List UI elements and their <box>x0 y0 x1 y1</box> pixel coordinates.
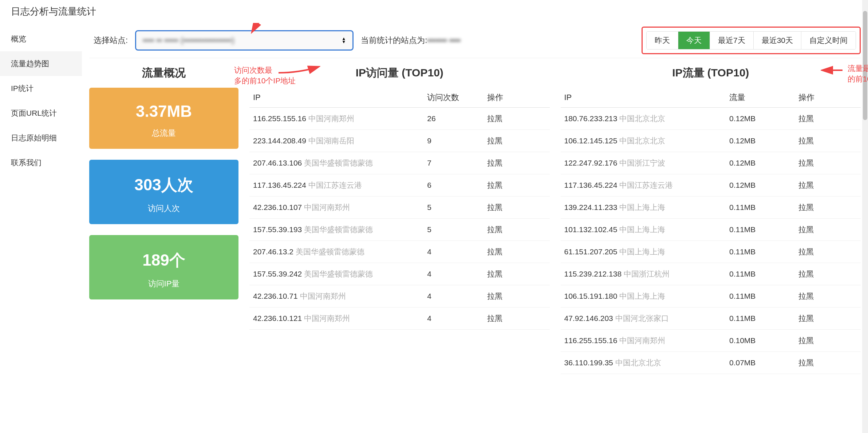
table-row: 36.110.199.35中国北京北京0.07MB拉黑 <box>561 352 861 374</box>
traffic-cell: 0.07MB <box>726 352 795 374</box>
time-btn-7days[interactable]: 最近7天 <box>710 32 754 49</box>
sidebar-item-ipstats[interactable]: IP统计 <box>0 76 82 101</box>
sidebar-item-rawlog[interactable]: 日志原始明细 <box>0 126 82 150</box>
table-row: 207.46.13.2美国华盛顿雷德蒙德4拉黑 <box>249 241 550 263</box>
blacklist-link[interactable]: 拉黑 <box>487 159 502 167</box>
top-bar: 选择站点: ▪▪▪▪ ▪▪ ▪▪▪▪▪ (▪▪▪▪▪▪▪▪▪▪▪▪▪▪▪▪▪) … <box>89 23 861 58</box>
ip-cell: 36.110.199.35中国北京北京 <box>561 352 726 374</box>
time-range-outline: 昨天 今天 最近7天 最近30天 自定义时间 <box>642 27 861 54</box>
table-row: 139.224.11.233中国上海上海0.11MB拉黑 <box>561 196 861 219</box>
ip-cell: 47.92.146.203中国河北张家口 <box>561 307 726 330</box>
scrollbar-thumb[interactable] <box>863 11 867 120</box>
overview-title: 流量概况 <box>89 62 238 88</box>
table-row: 42.236.10.71中国河南郑州4拉黑 <box>249 285 550 307</box>
ip-cell: 207.46.13.2美国华盛顿雷德蒙德 <box>249 241 423 263</box>
table-row: 223.144.208.49中国湖南岳阳9拉黑 <box>249 130 550 152</box>
blacklist-link[interactable]: 拉黑 <box>798 314 814 322</box>
blacklist-link[interactable]: 拉黑 <box>487 292 502 300</box>
scrollbar[interactable] <box>862 0 868 374</box>
stat-total-traffic-label: 总流量 <box>89 128 238 139</box>
ip-cell: 106.12.145.125中国北京北京 <box>561 130 726 152</box>
sidebar-item-contact[interactable]: 联系我们 <box>0 150 82 175</box>
traffic-cell: 0.11MB <box>726 241 795 263</box>
count-cell: 4 <box>423 307 484 330</box>
ip-cell: 61.151.207.205中国上海上海 <box>561 241 726 263</box>
blacklist-link[interactable]: 拉黑 <box>798 336 814 345</box>
table-row: 157.55.39.193美国华盛顿雷德蒙德5拉黑 <box>249 219 550 241</box>
ip-cell: 116.255.155.16中国河南郑州 <box>249 108 423 130</box>
ip-cell: 122.247.92.176中国浙江宁波 <box>561 152 726 174</box>
time-btn-custom[interactable]: 自定义时间 <box>801 32 856 49</box>
visits-table: IP 访问次数 操作 116.255.155.16中国河南郑州26拉黑223.1… <box>249 88 550 330</box>
table-row: 115.239.212.138中国浙江杭州0.11MB拉黑 <box>561 263 861 285</box>
panel-ip-visits: 访问次数最多的前10个IP地址 IP访问量 (TOP10) IP 访问次数 操作 <box>249 62 550 374</box>
blacklist-link[interactable]: 拉黑 <box>487 136 502 145</box>
count-cell: 4 <box>423 285 484 307</box>
stat-card-visits: 303人次 访问人次 <box>89 160 238 224</box>
blacklist-link[interactable]: 拉黑 <box>487 225 502 234</box>
time-btn-today[interactable]: 今天 <box>678 32 710 49</box>
stat-visits-value: 303人次 <box>89 174 238 196</box>
sidebar-item-urlstats[interactable]: 页面URL统计 <box>0 101 82 126</box>
traffic-header-traffic: 流量 <box>726 88 795 108</box>
blacklist-link[interactable]: 拉黑 <box>487 181 502 189</box>
time-range-group: 昨天 今天 最近7天 最近30天 自定义时间 <box>646 31 856 49</box>
table-row: 116.255.155.16中国河南郑州26拉黑 <box>249 108 550 130</box>
blacklist-link[interactable]: 拉黑 <box>487 314 502 322</box>
stat-card-total-traffic: 3.37MB 总流量 <box>89 88 238 149</box>
table-row: 42.236.10.107中国河南郑州5拉黑 <box>249 196 550 219</box>
ip-cell: 157.55.39.242美国华盛顿雷德蒙德 <box>249 263 423 285</box>
visits-header-ip: IP <box>249 88 423 108</box>
count-cell: 9 <box>423 130 484 152</box>
count-cell: 7 <box>423 152 484 174</box>
page-title: 日志分析与流量统计 <box>0 0 868 23</box>
stat-total-traffic-value: 3.37MB <box>89 102 238 120</box>
time-btn-30days[interactable]: 最近30天 <box>754 32 801 49</box>
blacklist-link[interactable]: 拉黑 <box>798 225 814 234</box>
blacklist-link[interactable]: 拉黑 <box>798 358 814 367</box>
traffic-cell: 0.11MB <box>726 263 795 285</box>
ip-cell: 42.236.10.71中国河南郑州 <box>249 285 423 307</box>
ip-cell: 157.55.39.193美国华盛顿雷德蒙德 <box>249 219 423 241</box>
time-btn-yesterday[interactable]: 昨天 <box>647 32 678 49</box>
blacklist-link[interactable]: 拉黑 <box>798 181 814 189</box>
ip-cell: 106.15.191.180中国上海上海 <box>561 285 726 307</box>
ip-cell: 42.236.10.121中国河南郑州 <box>249 307 423 330</box>
table-row: 117.136.45.224中国江苏连云港6拉黑 <box>249 174 550 196</box>
blacklist-link[interactable]: 拉黑 <box>487 114 502 123</box>
traffic-cell: 0.12MB <box>726 108 795 130</box>
table-row: 180.76.233.213中国北京北京0.12MB拉黑 <box>561 108 861 130</box>
blacklist-link[interactable]: 拉黑 <box>798 247 814 256</box>
count-cell: 5 <box>423 219 484 241</box>
ip-cell: 223.144.208.49中国湖南岳阳 <box>249 130 423 152</box>
site-select-label: 选择站点: <box>94 35 128 46</box>
table-row: 116.255.155.16中国河南郑州0.10MB拉黑 <box>561 330 861 352</box>
blacklist-link[interactable]: 拉黑 <box>487 270 502 278</box>
blacklist-link[interactable]: 拉黑 <box>798 270 814 278</box>
site-selected-text: ▪▪▪▪ ▪▪ ▪▪▪▪▪ (▪▪▪▪▪▪▪▪▪▪▪▪▪▪▪▪▪) <box>143 36 338 45</box>
traffic-header-ip: IP <box>561 88 726 108</box>
blacklist-link[interactable]: 拉黑 <box>487 247 502 256</box>
stat-ip-count-label: 访问IP量 <box>89 278 238 289</box>
table-row: 61.151.207.205中国上海上海0.11MB拉黑 <box>561 241 861 263</box>
blacklist-link[interactable]: 拉黑 <box>798 136 814 145</box>
site-select-dropdown[interactable]: ▪▪▪▪ ▪▪ ▪▪▪▪▪ (▪▪▪▪▪▪▪▪▪▪▪▪▪▪▪▪▪) ▲▼ <box>135 30 354 51</box>
blacklist-link[interactable]: 拉黑 <box>798 292 814 300</box>
traffic-cell: 0.12MB <box>726 130 795 152</box>
table-row: 101.132.102.45中国上海上海0.11MB拉黑 <box>561 219 861 241</box>
stat-card-ip-count: 189个 访问IP量 <box>89 235 238 299</box>
blacklist-link[interactable]: 拉黑 <box>798 159 814 167</box>
panel-overview: 流量概况 3.37MB 总流量 303人次 访问人次 189个 访问IP量 <box>89 62 238 374</box>
blacklist-link[interactable]: 拉黑 <box>798 203 814 211</box>
blacklist-link[interactable]: 拉黑 <box>798 114 814 123</box>
blacklist-link[interactable]: 拉黑 <box>487 203 502 211</box>
traffic-header-action: 操作 <box>795 88 861 108</box>
count-cell: 26 <box>423 108 484 130</box>
count-cell: 6 <box>423 174 484 196</box>
sidebar-item-overview[interactable]: 概览 <box>0 27 82 51</box>
table-row: 42.236.10.121中国河南郑州4拉黑 <box>249 307 550 330</box>
ip-cell: 117.136.45.224中国江苏连云港 <box>249 174 423 196</box>
ip-cell: 115.239.212.138中国浙江杭州 <box>561 263 726 285</box>
sidebar-item-trend[interactable]: 流量趋势图 <box>0 51 82 76</box>
sidebar: 概览 流量趋势图 IP统计 页面URL统计 日志原始明细 联系我们 <box>0 23 82 374</box>
